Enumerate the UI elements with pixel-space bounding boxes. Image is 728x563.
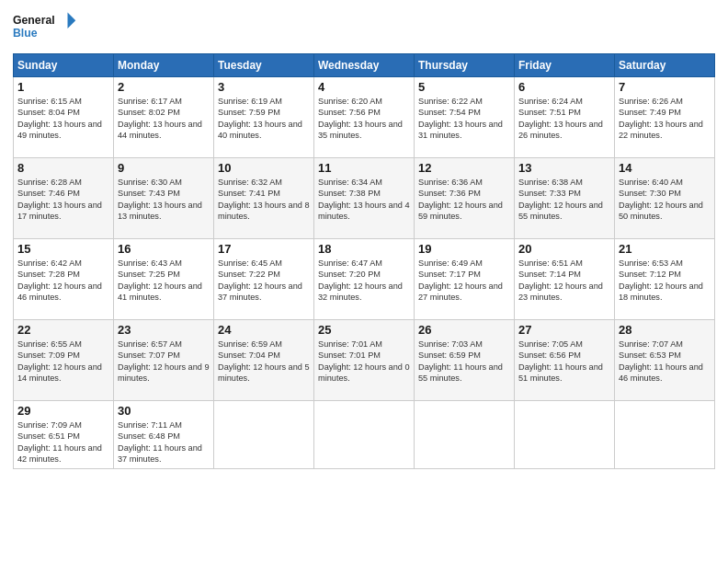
day-number: 6	[518, 80, 610, 94]
calendar-header-wednesday: Wednesday	[314, 54, 415, 77]
calendar-cell	[314, 401, 415, 469]
day-number: 12	[418, 161, 510, 175]
calendar-cell: 30 Sunrise: 7:11 AM Sunset: 6:48 PM Dayl…	[114, 401, 214, 469]
calendar-cell: 11 Sunrise: 6:34 AM Sunset: 7:38 PM Dayl…	[314, 158, 415, 239]
calendar-cell: 4 Sunrise: 6:20 AM Sunset: 7:56 PM Dayli…	[314, 77, 415, 158]
day-info: Sunrise: 6:55 AM Sunset: 7:09 PM Dayligh…	[17, 339, 109, 385]
calendar-cell: 12 Sunrise: 6:36 AM Sunset: 7:36 PM Dayl…	[415, 158, 515, 239]
calendar-cell	[615, 401, 715, 469]
calendar-cell: 8 Sunrise: 6:28 AM Sunset: 7:46 PM Dayli…	[14, 158, 114, 239]
calendar-cell: 18 Sunrise: 6:47 AM Sunset: 7:20 PM Dayl…	[314, 239, 415, 320]
day-info: Sunrise: 6:38 AM Sunset: 7:33 PM Dayligh…	[518, 177, 610, 223]
calendar-cell: 22 Sunrise: 6:55 AM Sunset: 7:09 PM Dayl…	[14, 320, 114, 401]
day-number: 23	[118, 323, 210, 337]
day-info: Sunrise: 6:26 AM Sunset: 7:49 PM Dayligh…	[619, 96, 711, 142]
calendar-cell: 21 Sunrise: 6:53 AM Sunset: 7:12 PM Dayl…	[615, 239, 715, 320]
calendar-header-row: SundayMondayTuesdayWednesdayThursdayFrid…	[14, 54, 715, 77]
calendar-cell: 5 Sunrise: 6:22 AM Sunset: 7:54 PM Dayli…	[415, 77, 515, 158]
calendar-cell: 15 Sunrise: 6:42 AM Sunset: 7:28 PM Dayl…	[14, 239, 114, 320]
calendar-cell: 20 Sunrise: 6:51 AM Sunset: 7:14 PM Dayl…	[515, 239, 615, 320]
calendar-cell: 26 Sunrise: 7:03 AM Sunset: 6:59 PM Dayl…	[415, 320, 515, 401]
day-number: 14	[619, 161, 711, 175]
calendar-cell: 10 Sunrise: 6:32 AM Sunset: 7:41 PM Dayl…	[214, 158, 314, 239]
day-info: Sunrise: 6:45 AM Sunset: 7:22 PM Dayligh…	[218, 258, 310, 304]
calendar-cell: 27 Sunrise: 7:05 AM Sunset: 6:56 PM Dayl…	[515, 320, 615, 401]
day-number: 28	[619, 323, 711, 337]
day-number: 27	[518, 323, 610, 337]
day-info: Sunrise: 6:17 AM Sunset: 8:02 PM Dayligh…	[118, 96, 210, 142]
day-info: Sunrise: 6:15 AM Sunset: 8:04 PM Dayligh…	[17, 96, 109, 142]
day-info: Sunrise: 6:28 AM Sunset: 7:46 PM Dayligh…	[17, 177, 109, 223]
calendar-cell: 16 Sunrise: 6:43 AM Sunset: 7:25 PM Dayl…	[114, 239, 214, 320]
svg-text:General: General	[13, 14, 55, 27]
day-number: 21	[619, 242, 711, 256]
day-number: 13	[518, 161, 610, 175]
logo-svg: General Blue	[13, 9, 77, 46]
calendar-cell: 9 Sunrise: 6:30 AM Sunset: 7:43 PM Dayli…	[114, 158, 214, 239]
day-number: 29	[17, 404, 109, 418]
day-info: Sunrise: 6:34 AM Sunset: 7:38 PM Dayligh…	[318, 177, 410, 223]
day-info: Sunrise: 7:05 AM Sunset: 6:56 PM Dayligh…	[518, 339, 610, 385]
calendar-header-tuesday: Tuesday	[214, 54, 314, 77]
calendar-header-thursday: Thursday	[415, 54, 515, 77]
day-info: Sunrise: 6:43 AM Sunset: 7:25 PM Dayligh…	[118, 258, 210, 304]
day-number: 22	[17, 323, 109, 337]
calendar-cell: 3 Sunrise: 6:19 AM Sunset: 7:59 PM Dayli…	[214, 77, 314, 158]
svg-text:Blue: Blue	[13, 27, 38, 40]
calendar-cell: 6 Sunrise: 6:24 AM Sunset: 7:51 PM Dayli…	[515, 77, 615, 158]
calendar-cell	[515, 401, 615, 469]
day-info: Sunrise: 6:32 AM Sunset: 7:41 PM Dayligh…	[218, 177, 310, 223]
day-number: 15	[17, 242, 109, 256]
day-info: Sunrise: 6:53 AM Sunset: 7:12 PM Dayligh…	[619, 258, 711, 304]
calendar-header-sunday: Sunday	[14, 54, 114, 77]
day-number: 18	[318, 242, 410, 256]
day-info: Sunrise: 7:09 AM Sunset: 6:51 PM Dayligh…	[17, 419, 109, 465]
day-number: 3	[218, 80, 310, 94]
calendar-cell	[415, 401, 515, 469]
day-number: 19	[418, 242, 510, 256]
day-number: 20	[518, 242, 610, 256]
calendar-header-saturday: Saturday	[615, 54, 715, 77]
day-number: 24	[218, 323, 310, 337]
calendar-header-monday: Monday	[114, 54, 214, 77]
page: General Blue SundayMondayTuesdayWednesda…	[0, 0, 728, 563]
day-number: 5	[418, 80, 510, 94]
day-info: Sunrise: 7:07 AM Sunset: 6:53 PM Dayligh…	[619, 339, 711, 385]
calendar-cell: 17 Sunrise: 6:45 AM Sunset: 7:22 PM Dayl…	[214, 239, 314, 320]
day-number: 25	[318, 323, 410, 337]
calendar-cell: 28 Sunrise: 7:07 AM Sunset: 6:53 PM Dayl…	[615, 320, 715, 401]
calendar-cell: 29 Sunrise: 7:09 AM Sunset: 6:51 PM Dayl…	[14, 401, 114, 469]
day-info: Sunrise: 6:57 AM Sunset: 7:07 PM Dayligh…	[118, 339, 210, 385]
day-info: Sunrise: 6:30 AM Sunset: 7:43 PM Dayligh…	[118, 177, 210, 223]
day-number: 11	[318, 161, 410, 175]
day-info: Sunrise: 7:03 AM Sunset: 6:59 PM Dayligh…	[418, 339, 510, 385]
svg-marker-2	[68, 12, 76, 29]
calendar-cell: 25 Sunrise: 7:01 AM Sunset: 7:01 PM Dayl…	[314, 320, 415, 401]
day-info: Sunrise: 6:51 AM Sunset: 7:14 PM Dayligh…	[518, 258, 610, 304]
calendar-cell	[214, 401, 314, 469]
calendar-cell: 13 Sunrise: 6:38 AM Sunset: 7:33 PM Dayl…	[515, 158, 615, 239]
calendar-table: SundayMondayTuesdayWednesdayThursdayFrid…	[13, 53, 715, 469]
calendar-cell: 2 Sunrise: 6:17 AM Sunset: 8:02 PM Dayli…	[114, 77, 214, 158]
day-info: Sunrise: 6:22 AM Sunset: 7:54 PM Dayligh…	[418, 96, 510, 142]
day-number: 7	[619, 80, 711, 94]
day-number: 30	[118, 404, 210, 418]
day-number: 4	[318, 80, 410, 94]
day-info: Sunrise: 6:40 AM Sunset: 7:30 PM Dayligh…	[619, 177, 711, 223]
day-number: 8	[17, 161, 109, 175]
calendar-cell: 19 Sunrise: 6:49 AM Sunset: 7:17 PM Dayl…	[415, 239, 515, 320]
calendar-cell: 14 Sunrise: 6:40 AM Sunset: 7:30 PM Dayl…	[615, 158, 715, 239]
calendar-cell: 1 Sunrise: 6:15 AM Sunset: 8:04 PM Dayli…	[14, 77, 114, 158]
day-number: 1	[17, 80, 109, 94]
day-info: Sunrise: 7:01 AM Sunset: 7:01 PM Dayligh…	[318, 339, 410, 385]
day-number: 16	[118, 242, 210, 256]
day-number: 2	[118, 80, 210, 94]
calendar-cell: 7 Sunrise: 6:26 AM Sunset: 7:49 PM Dayli…	[615, 77, 715, 158]
calendar-cell: 23 Sunrise: 6:57 AM Sunset: 7:07 PM Dayl…	[114, 320, 214, 401]
day-number: 9	[118, 161, 210, 175]
logo: General Blue	[13, 9, 77, 46]
header: General Blue	[13, 9, 715, 46]
calendar-header-friday: Friday	[515, 54, 615, 77]
day-number: 26	[418, 323, 510, 337]
day-info: Sunrise: 6:19 AM Sunset: 7:59 PM Dayligh…	[218, 96, 310, 142]
